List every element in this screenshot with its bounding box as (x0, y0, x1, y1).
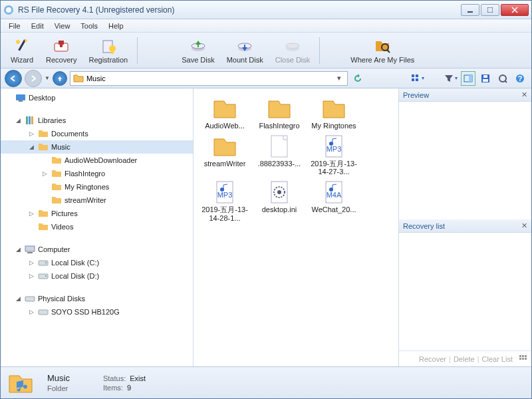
toolbar: Wizard Recovery Registration Save Disk M… (1, 33, 531, 68)
menu-tools[interactable]: Tools (75, 21, 103, 31)
tree-soyo[interactable]: ▷SOYO SSD HB120G (1, 305, 193, 319)
recover-button[interactable]: Recover (419, 355, 446, 363)
help-button[interactable]: ? (513, 71, 527, 86)
file-item[interactable]: AudioWeb... (200, 95, 249, 130)
menu-file[interactable]: File (3, 21, 26, 31)
folder-music-icon (7, 370, 34, 396)
tree-item[interactable]: AudioWebDownloader (1, 154, 193, 167)
mount-disk-button[interactable]: Mount Disk (221, 35, 269, 65)
svg-rect-45 (25, 297, 35, 301)
save-button[interactable] (478, 71, 493, 86)
file-list[interactable]: AudioWeb...FlashIntegroMy Ringtonesstrea… (194, 88, 398, 366)
svg-text:?: ? (518, 74, 523, 82)
file-item[interactable]: M4AWeChat_20... (309, 179, 358, 222)
tree-videos[interactable]: Videos (1, 220, 193, 233)
svg-rect-61 (522, 355, 524, 357)
file-item[interactable]: streamWriter (200, 133, 249, 176)
filter-button[interactable]: ▾ (444, 71, 458, 86)
svg-point-1 (6, 7, 11, 13)
folder-icon (38, 142, 49, 152)
recovery-list-body (399, 233, 531, 350)
svg-rect-36 (26, 116, 28, 124)
delete-button[interactable]: Delete (454, 355, 475, 363)
file-label: AudioWeb... (205, 122, 245, 130)
titlebar: RS File Recovery 4.1 (Unregistered versi… (1, 1, 531, 19)
tree-pictures[interactable]: ▷Pictures (1, 207, 193, 220)
svg-rect-62 (525, 355, 527, 357)
tree-music[interactable]: ◢Music (1, 140, 193, 154)
svg-rect-39 (25, 246, 35, 251)
refresh-button[interactable] (350, 71, 365, 86)
save-disk-button[interactable]: Save Disk (176, 35, 220, 65)
grid-icon[interactable] (519, 355, 527, 363)
tree-item[interactable]: My Ringtones (1, 180, 193, 194)
where-files-button[interactable]: Where Are My Files (345, 35, 420, 65)
options-button[interactable] (495, 71, 510, 86)
drive-icon (38, 257, 49, 268)
tree-local-d[interactable]: ▷Local Disk (D:) (1, 269, 193, 283)
file-label: desktop.ini (262, 205, 297, 214)
svg-rect-27 (481, 74, 489, 82)
svg-point-5 (16, 40, 20, 44)
back-button[interactable] (5, 70, 22, 87)
items-count: 9 (127, 384, 131, 392)
menu-help[interactable]: Help (103, 21, 129, 31)
recovery-icon (52, 37, 70, 55)
tree-item[interactable]: streamWriter (1, 194, 193, 207)
tree-documents[interactable]: ▷Documents (1, 127, 193, 140)
tree-physical-disks[interactable]: ◢Physical Disks (1, 292, 193, 305)
folder-icon (211, 95, 238, 122)
nav-history-dropdown[interactable]: ▼ (45, 75, 50, 81)
svg-rect-63 (519, 358, 521, 360)
svg-point-44 (45, 275, 47, 277)
file-item[interactable]: MP32019-五月-13-14-28-1... (200, 179, 249, 222)
tree-libraries[interactable]: ◢Libraries (1, 114, 193, 127)
close-button[interactable] (501, 4, 529, 16)
window-title: RS File Recovery 4.1 (Unregistered versi… (18, 5, 461, 15)
svg-rect-2 (467, 11, 473, 13)
svg-rect-60 (519, 355, 521, 357)
wizard-button[interactable]: Wizard (5, 35, 39, 65)
status-value: Exist (130, 374, 146, 382)
minimize-button[interactable] (461, 4, 479, 16)
folder-icon (38, 128, 49, 139)
maximize-button[interactable] (481, 4, 499, 16)
file-label: .88823933-... (258, 160, 301, 168)
preview-toggle-button[interactable] (461, 71, 475, 86)
file-label: 2019-五月-13-14-27-3... (309, 160, 358, 176)
file-item[interactable]: .88823933-... (255, 133, 304, 176)
file-item[interactable]: My Ringtones (309, 95, 358, 130)
tree-item[interactable]: ▷FlashIntegro (1, 167, 193, 180)
svg-rect-41 (39, 261, 48, 265)
forward-button[interactable] (25, 70, 42, 87)
svg-rect-12 (111, 50, 114, 54)
close-icon[interactable]: ✕ (521, 90, 527, 99)
file-item[interactable]: desktop.ini (255, 179, 304, 222)
clear-list-button[interactable]: Clear List (482, 355, 513, 363)
svg-point-6 (25, 39, 27, 42)
menubar: File Edit View Tools Help (1, 19, 531, 33)
status-name: Music (47, 373, 70, 383)
recovery-button[interactable]: Recovery (41, 35, 82, 65)
svg-point-18 (286, 43, 299, 49)
registration-button[interactable]: Registration (83, 35, 133, 65)
tree-local-c[interactable]: ▷Local Disk (C:) (1, 256, 193, 269)
svg-rect-64 (522, 358, 524, 360)
address-bar[interactable]: Music ▾ (70, 71, 348, 86)
close-icon[interactable]: ✕ (521, 221, 527, 230)
up-button[interactable] (53, 71, 67, 86)
svg-rect-24 (416, 78, 418, 81)
svg-point-30 (499, 75, 506, 82)
file-label: My Ringtones (311, 122, 356, 130)
menu-edit[interactable]: Edit (26, 21, 49, 31)
view-mode-button[interactable]: ▾ (410, 71, 425, 86)
desktop-icon (15, 92, 26, 103)
tree-desktop[interactable]: Desktop (1, 91, 193, 104)
tree-computer[interactable]: ◢Computer (1, 243, 193, 256)
file-item[interactable]: MP32019-五月-13-14-27-3... (309, 133, 358, 176)
file-item[interactable]: FlashIntegro (255, 95, 304, 130)
svg-rect-46 (39, 310, 48, 315)
address-dropdown[interactable]: ▾ (334, 74, 344, 82)
svg-line-20 (387, 50, 390, 53)
menu-view[interactable]: View (49, 21, 76, 31)
